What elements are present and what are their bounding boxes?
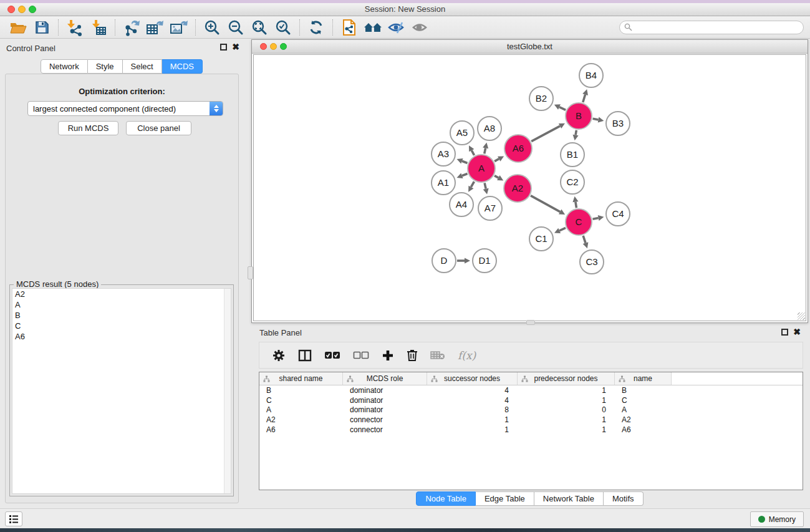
graph-edge[interactable] <box>576 202 577 208</box>
tab-mcds[interactable]: MCDS <box>162 59 203 74</box>
tab-select[interactable]: Select <box>123 59 162 74</box>
minimize-network-button[interactable] <box>270 43 277 50</box>
tab-edge-table[interactable]: Edge Table <box>476 491 534 506</box>
deselect-all-button[interactable] <box>353 351 369 359</box>
table-cell[interactable]: dominator <box>343 386 427 395</box>
network-window-titlebar[interactable]: testGlobe.txt <box>252 40 808 54</box>
table-cell[interactable]: 1 <box>518 415 615 424</box>
mcds-result-item[interactable]: B <box>12 310 231 321</box>
home-view-button[interactable] <box>361 18 385 37</box>
graph-edge[interactable] <box>494 176 498 178</box>
mcds-result-list[interactable]: A2ABCA6 <box>12 288 231 494</box>
hide-view-button[interactable] <box>385 18 408 37</box>
table-cell[interactable]: C <box>259 396 343 405</box>
table-cell[interactable]: 1 <box>518 396 615 405</box>
tab-motifs[interactable]: Motifs <box>604 491 644 506</box>
tab-node-table[interactable]: Node Table <box>416 491 476 506</box>
table-row[interactable]: Cdominator41C <box>259 395 803 405</box>
table-cell[interactable]: connector <box>343 425 427 434</box>
zoom-window-button[interactable] <box>29 6 36 13</box>
table-cell[interactable]: A2 <box>259 415 343 424</box>
table-cell[interactable]: A6 <box>615 425 672 434</box>
task-history-button[interactable] <box>5 511 22 526</box>
delete-column-button[interactable] <box>407 349 418 362</box>
column-header-shared-name[interactable]: shared name <box>259 372 343 385</box>
tab-style[interactable]: Style <box>88 59 123 74</box>
open-session-button[interactable] <box>6 18 30 37</box>
mcds-result-item[interactable]: C <box>12 321 231 331</box>
select-all-button[interactable] <box>324 351 340 359</box>
graph-edge[interactable] <box>462 161 468 163</box>
graph-edge[interactable] <box>593 218 599 219</box>
tab-network[interactable]: Network <box>41 59 88 74</box>
column-header-MCDS-role[interactable]: MCDS role <box>343 372 427 385</box>
graph-edge[interactable] <box>583 95 586 102</box>
table-row[interactable]: Adominator80A <box>259 405 803 415</box>
zoom-selected-button[interactable] <box>271 18 295 37</box>
mcds-result-item[interactable]: A2 <box>12 289 231 299</box>
graph-edge[interactable] <box>494 159 499 162</box>
graph-edge[interactable] <box>462 173 468 175</box>
graph-edge[interactable] <box>559 107 566 110</box>
graph-edge[interactable] <box>583 236 586 243</box>
refresh-button[interactable] <box>304 18 328 37</box>
table-cell[interactable]: 1 <box>518 386 615 395</box>
mcds-result-item[interactable]: A <box>12 299 231 310</box>
table-cell[interactable]: 4 <box>427 386 518 395</box>
float-panel-icon[interactable] <box>781 329 788 336</box>
table-row[interactable]: A2connector11A2 <box>259 415 803 425</box>
import-network-button[interactable] <box>63 18 87 37</box>
mcds-result-item[interactable]: A6 <box>12 331 231 342</box>
table-settings-button[interactable] <box>272 349 286 362</box>
export-network-button[interactable] <box>120 18 143 37</box>
tab-network-table[interactable]: Network Table <box>534 491 604 506</box>
close-panel-button[interactable]: Close panel <box>126 121 191 135</box>
scrollbar[interactable] <box>224 289 231 493</box>
table-cell[interactable]: B <box>615 386 672 395</box>
table-cell[interactable]: dominator <box>343 396 427 405</box>
save-session-button[interactable] <box>30 18 54 37</box>
close-panel-icon[interactable]: ✖ <box>232 44 239 51</box>
table-cell[interactable]: 1 <box>518 425 615 434</box>
graph-edge[interactable] <box>559 228 566 230</box>
table-cell[interactable]: A2 <box>615 415 672 424</box>
graph-edge[interactable] <box>576 130 576 135</box>
show-column-panel-button[interactable] <box>298 349 312 362</box>
table-cell[interactable]: connector <box>343 415 427 424</box>
export-table-button[interactable] <box>143 18 167 37</box>
zoom-in-button[interactable] <box>200 18 224 37</box>
float-panel-icon[interactable] <box>220 44 227 51</box>
graph-edge[interactable] <box>485 183 486 188</box>
resize-grip[interactable] <box>798 312 805 320</box>
graph-edge[interactable] <box>593 118 599 120</box>
run-mcds-button[interactable]: Run MCDS <box>58 121 118 135</box>
export-image-button[interactable] <box>167 18 191 37</box>
close-window-button[interactable] <box>7 6 15 13</box>
close-network-button[interactable] <box>260 43 267 50</box>
table-cell[interactable]: 1 <box>427 415 518 424</box>
graph-edge[interactable] <box>471 181 474 187</box>
table-cell[interactable]: 1 <box>427 425 518 434</box>
apply-function-button[interactable]: f(x) <box>458 349 476 362</box>
graph-edge[interactable] <box>531 126 560 142</box>
table-cell[interactable]: A <box>615 405 672 414</box>
zoom-network-button[interactable] <box>280 43 287 50</box>
network-file-button[interactable] <box>337 18 361 37</box>
table-row[interactable]: Bdominator41B <box>259 385 803 395</box>
search-input[interactable] <box>619 21 804 34</box>
delete-table-button[interactable] <box>430 351 445 360</box>
column-header-name[interactable]: name <box>615 372 672 385</box>
column-header-predecessor-nodes[interactable]: predecessor nodes <box>518 372 615 385</box>
table-cell[interactable]: A <box>259 405 343 414</box>
table-cell[interactable]: 4 <box>427 396 518 405</box>
add-column-button[interactable] <box>382 349 394 362</box>
table-cell[interactable]: 0 <box>518 405 615 414</box>
memory-button[interactable]: Memory <box>750 511 804 527</box>
network-graph[interactable]: B4B2BB3A8A5A6A3B1AA1C2A2A4A7C4CC1DD1C3 <box>254 55 807 322</box>
splitter-grip[interactable] <box>248 266 253 279</box>
network-canvas[interactable]: B4B2BB3A8A5A6A3B1AA1C2A2A4A7C4CC1DD1C3 <box>253 54 806 321</box>
table-cell[interactable]: 8 <box>427 405 518 414</box>
zoom-fit-button[interactable] <box>248 18 271 37</box>
table-cell[interactable]: C <box>615 396 672 405</box>
table-cell[interactable]: A6 <box>259 425 343 434</box>
